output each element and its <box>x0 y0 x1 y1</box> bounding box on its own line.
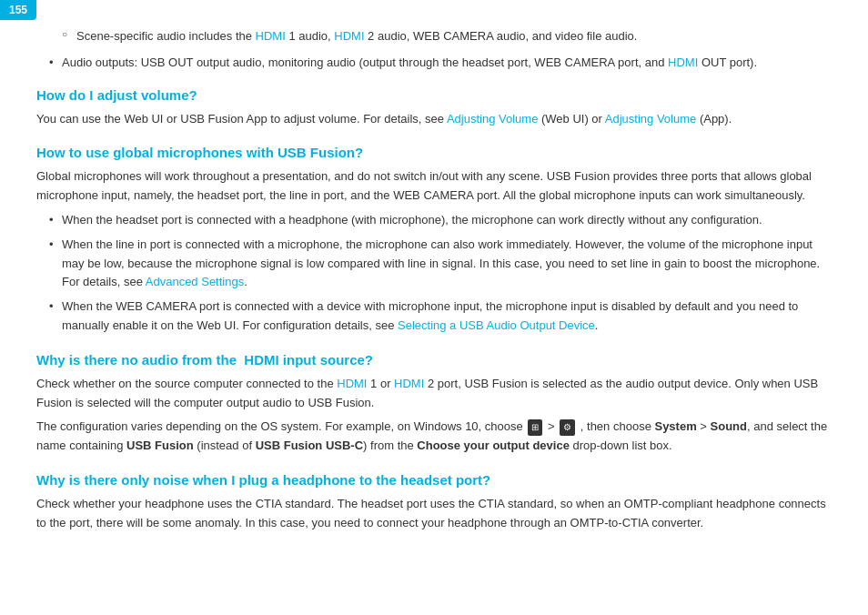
output-device-label: Choose your output device <box>417 439 570 452</box>
selecting-usb-audio-link[interactable]: Selecting a USB Audio Output Device <box>398 318 595 332</box>
sound-label: Sound <box>711 419 747 433</box>
no-audio-hdmi-section: Why is there no audio from the HDMI inpu… <box>36 352 832 456</box>
audio-outputs-list: Audio outputs: USB OUT output audio, mon… <box>36 54 832 73</box>
scene-audio-list: Scene-specific audio includes the HDMI 1… <box>36 27 832 46</box>
no-audio-hdmi-para2: The configuration varies depending on th… <box>36 418 832 456</box>
hdmi2-link[interactable]: HDMI <box>334 29 364 43</box>
hdmi2-source-link[interactable]: HDMI <box>394 377 424 390</box>
adjust-volume-para: You can use the Web UI or USB Fusion App… <box>36 110 832 129</box>
page-content: Scene-specific audio includes the HDMI 1… <box>36 0 832 577</box>
hdmi1-source-link[interactable]: HDMI <box>337 377 367 390</box>
only-noise-heading: Why is there only noise when I plug a he… <box>36 472 832 488</box>
list-item: When the WEB CAMERA port is connected wi… <box>45 297 832 336</box>
usb-fusion-label: USB Fusion <box>126 439 194 452</box>
advanced-settings-link[interactable]: Advanced Settings <box>146 275 244 288</box>
usb-fusion-usbc-label: USB Fusion USB-C <box>256 439 363 452</box>
adjusting-volume-webui-link[interactable]: Adjusting Volume <box>447 112 538 126</box>
list-item: Scene-specific audio includes the HDMI 1… <box>60 27 832 46</box>
no-audio-hdmi-para1: Check whether on the source computer con… <box>36 375 832 413</box>
global-microphones-section: How to use global microphones with USB F… <box>36 145 832 335</box>
hdmi-out-link[interactable]: HDMI <box>668 55 698 69</box>
adjust-volume-section: How do I adjust volume? You can use the … <box>36 87 832 129</box>
system-label: System <box>654 419 696 433</box>
global-microphones-list: When the headset port is connected with … <box>36 211 832 336</box>
gear-icon: ⚙ <box>560 419 575 436</box>
only-noise-para: Check whether your headphone uses the CT… <box>36 495 832 533</box>
list-item: Audio outputs: USB OUT output audio, mon… <box>45 54 832 73</box>
page-number-badge: 155 <box>0 0 36 20</box>
page-number: 155 <box>9 4 27 16</box>
list-item: When the headset port is connected with … <box>45 211 832 230</box>
adjust-volume-heading: How do I adjust volume? <box>36 87 832 103</box>
hdmi1-link[interactable]: HDMI <box>256 29 286 43</box>
only-noise-section: Why is there only noise when I plug a he… <box>36 472 832 533</box>
global-microphones-para: Global microphones will work throughout … <box>36 167 832 206</box>
global-microphones-heading: How to use global microphones with USB F… <box>36 145 832 160</box>
windows-icon: ⊞ <box>528 419 542 436</box>
list-item: When the line in port is connected with … <box>45 236 832 292</box>
adjusting-volume-app-link[interactable]: Adjusting Volume <box>605 112 696 126</box>
no-audio-hdmi-heading: Why is there no audio from the HDMI inpu… <box>36 352 832 368</box>
